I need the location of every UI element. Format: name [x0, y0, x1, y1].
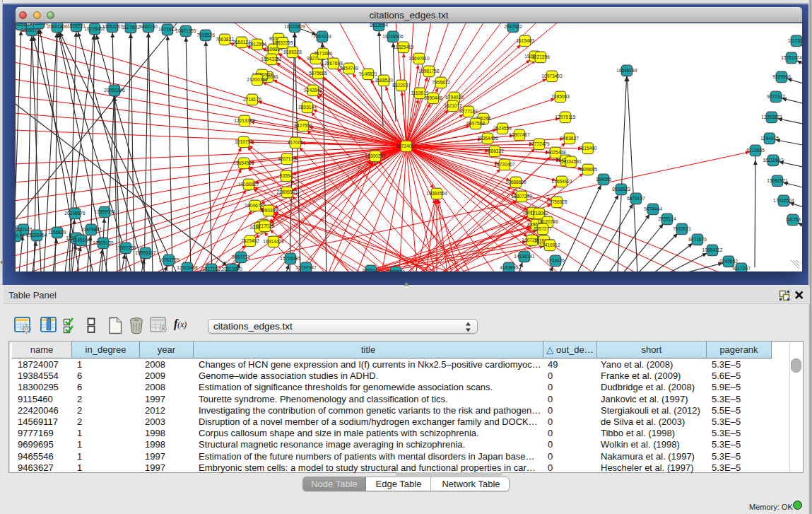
svg-text:12975115: 12975115 — [555, 115, 576, 119]
svg-text:9115460: 9115460 — [579, 146, 597, 151]
svg-text:2935114: 2935114 — [658, 216, 676, 221]
svg-text:817006: 817006 — [288, 140, 303, 145]
svg-text:20772475: 20772475 — [529, 141, 550, 146]
svg-text:9245652: 9245652 — [719, 259, 738, 264]
svg-text:2066449: 2066449 — [362, 268, 380, 271]
svg-text:53594: 53594 — [280, 173, 293, 178]
svg-text:7485063: 7485063 — [551, 94, 570, 99]
svg-text:16033809: 16033809 — [284, 24, 305, 29]
svg-text:7663822: 7663822 — [216, 37, 234, 42]
svg-text:4143890: 4143890 — [500, 265, 518, 270]
svg-text:9457771: 9457771 — [232, 255, 250, 259]
svg-text:12505135: 12505135 — [93, 240, 114, 245]
svg-text:18724007: 18724007 — [396, 144, 417, 148]
svg-text:22806503: 22806503 — [276, 189, 298, 194]
svg-text:19756928: 19756928 — [546, 199, 567, 204]
svg-text:18807249: 18807249 — [511, 194, 532, 199]
svg-text:19166827: 19166827 — [238, 182, 259, 187]
svg-text:1615483: 1615483 — [516, 38, 534, 43]
svg-text:17359934: 17359934 — [94, 209, 115, 214]
svg-text:7955812: 7955812 — [432, 80, 450, 85]
svg-text:20813640: 20813640 — [221, 267, 242, 271]
svg-text:16961758: 16961758 — [418, 69, 440, 74]
svg-text:16640910: 16640910 — [408, 56, 430, 61]
svg-text:8454749: 8454749 — [340, 66, 358, 71]
svg-text:1839221: 1839221 — [67, 23, 86, 28]
svg-text:6357277: 6357277 — [534, 226, 552, 231]
svg-text:12416912: 12416912 — [539, 243, 560, 247]
svg-text:8990448: 8990448 — [424, 95, 442, 100]
svg-text:1890399: 1890399 — [259, 208, 278, 213]
svg-text:10958107: 10958107 — [135, 250, 156, 255]
svg-text:16210643: 16210643 — [763, 158, 784, 163]
svg-text:1162615: 1162615 — [411, 90, 429, 95]
svg-text:11325419: 11325419 — [394, 45, 414, 49]
svg-text:16046788: 16046788 — [245, 203, 266, 208]
svg-text:7886322: 7886322 — [486, 148, 504, 153]
svg-text:10671355: 10671355 — [175, 28, 196, 33]
svg-text:12213389: 12213389 — [234, 118, 255, 123]
svg-text:4439167: 4439167 — [16, 233, 25, 238]
svg-text:19299464: 19299464 — [26, 233, 47, 238]
svg-text:15751074: 15751074 — [781, 55, 802, 60]
svg-text:9777169: 9777169 — [459, 109, 478, 114]
svg-text:19832259: 19832259 — [272, 40, 293, 45]
svg-text:116753: 116753 — [785, 217, 801, 222]
svg-text:6897568: 6897568 — [466, 121, 485, 126]
svg-text:16782759: 16782759 — [158, 257, 180, 262]
svg-text:10653267: 10653267 — [102, 24, 123, 29]
svg-text:9329966: 9329966 — [772, 74, 791, 79]
svg-text:3917183: 3917183 — [202, 267, 220, 271]
svg-text:7357224: 7357224 — [313, 34, 331, 39]
svg-text:10973493: 10973493 — [541, 74, 563, 78]
svg-text:18720407: 18720407 — [494, 162, 515, 167]
svg-text:1621072: 1621072 — [444, 103, 462, 108]
svg-text:9242848: 9242848 — [304, 88, 322, 93]
svg-text:10654112: 10654112 — [702, 247, 723, 252]
svg-text:1527602: 1527602 — [122, 25, 140, 30]
svg-text:16914479: 16914479 — [263, 239, 284, 244]
svg-text:1733426: 1733426 — [546, 258, 565, 263]
svg-text:8938923: 8938923 — [612, 187, 630, 192]
svg-text:6879197: 6879197 — [627, 196, 645, 201]
svg-text:10807487: 10807487 — [509, 132, 530, 137]
svg-text:17957255: 17957255 — [115, 245, 136, 250]
svg-text:8215955: 8215955 — [746, 148, 765, 153]
svg-text:10975887: 10975887 — [81, 227, 102, 232]
svg-text:17654923: 17654923 — [551, 179, 572, 184]
svg-text:1117304: 1117304 — [788, 38, 802, 43]
svg-text:8813054: 8813054 — [370, 23, 388, 28]
svg-text:15716485: 15716485 — [280, 256, 301, 261]
svg-text:20206576: 20206576 — [64, 211, 86, 216]
svg-text:20053346: 20053346 — [104, 88, 125, 93]
svg-text:7671884: 7671884 — [314, 51, 332, 56]
svg-text:1156829: 1156829 — [48, 230, 66, 235]
svg-text:18300295: 18300295 — [365, 153, 386, 158]
svg-text:10334531: 10334531 — [560, 159, 582, 164]
svg-text:3267130: 3267130 — [278, 156, 296, 161]
svg-text:16543382: 16543382 — [261, 57, 282, 62]
svg-text:9699695: 9699695 — [579, 167, 597, 172]
svg-text:12323468: 12323468 — [177, 265, 198, 270]
svg-text:1999828: 1999828 — [387, 269, 405, 271]
svg-text:7625402: 7625402 — [241, 238, 259, 243]
svg-text:17016504: 17016504 — [773, 198, 794, 203]
svg-text:15692971: 15692971 — [767, 178, 788, 183]
svg-text:8322037: 8322037 — [392, 83, 411, 88]
svg-text:16648784: 16648784 — [616, 68, 637, 73]
svg-text:20364436: 20364436 — [477, 136, 498, 141]
svg-text:10688609: 10688609 — [505, 180, 526, 185]
svg-text:6217026: 6217026 — [256, 223, 274, 228]
svg-text:164095: 164095 — [596, 177, 611, 182]
svg-text:1244415: 1244415 — [760, 136, 779, 141]
svg-text:9474444: 9474444 — [644, 206, 662, 211]
svg-text:6466160: 6466160 — [139, 24, 158, 29]
svg-text:1218062: 1218062 — [530, 211, 548, 216]
svg-text:8427552: 8427552 — [294, 123, 312, 128]
svg-text:4735650: 4735650 — [30, 23, 48, 25]
svg-text:19218506: 19218506 — [382, 34, 404, 39]
svg-text:5875685: 5875685 — [309, 71, 327, 76]
svg-text:20691406: 20691406 — [47, 24, 68, 29]
svg-text:21200396: 21200396 — [247, 77, 268, 82]
svg-text:19654983: 19654983 — [233, 160, 254, 165]
